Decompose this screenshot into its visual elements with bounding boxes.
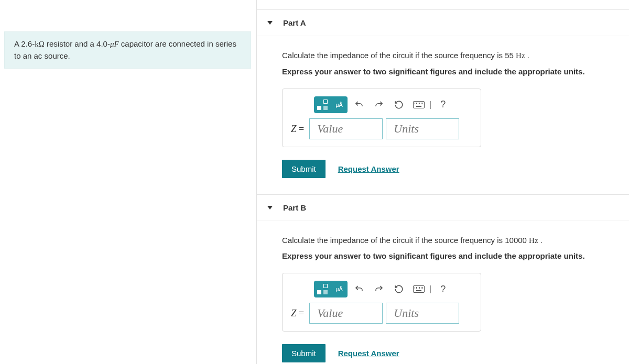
special-chars-icon[interactable]: μÅ bbox=[331, 281, 348, 297]
problem-sidebar: A 2.6-kΩ resistor and a 4.0-μF capacitor… bbox=[0, 0, 257, 364]
part-b-header[interactable]: Part B bbox=[257, 195, 629, 221]
part-a-request-answer-link[interactable]: Request Answer bbox=[338, 164, 399, 173]
part-b-section: Part B Calculate the impedance of the ci… bbox=[257, 194, 629, 365]
part-a-instruction: Express your answer to two significant f… bbox=[282, 67, 604, 76]
part-b-question: Calculate the impedance of the circuit i… bbox=[282, 235, 604, 247]
unit-kohm: kΩ bbox=[35, 40, 45, 48]
part-a-units-input[interactable]: Units bbox=[386, 118, 459, 139]
part-a-toolbar: μÅ | bbox=[314, 96, 472, 113]
part-a-section: Part A Calculate the impedance of the ci… bbox=[257, 9, 629, 194]
reset-icon[interactable] bbox=[391, 96, 407, 113]
part-a-submit-button[interactable]: Submit bbox=[282, 160, 326, 178]
divider: | bbox=[429, 100, 431, 109]
part-a-title: Part A bbox=[283, 18, 306, 27]
reset-icon[interactable] bbox=[391, 281, 407, 297]
answer-area: Part A Calculate the impedance of the ci… bbox=[257, 0, 629, 364]
part-a-question: Calculate the impedance of the circuit i… bbox=[282, 50, 604, 62]
problem-text-2: resistor and a 4.0- bbox=[45, 39, 110, 48]
special-chars-icon[interactable]: μÅ bbox=[331, 96, 348, 113]
divider: | bbox=[429, 284, 431, 294]
redo-icon[interactable] bbox=[371, 281, 387, 297]
redo-icon[interactable] bbox=[371, 96, 387, 113]
part-b-variable: Z= bbox=[291, 307, 304, 319]
part-a-variable: Z= bbox=[291, 123, 304, 135]
part-b-units-input[interactable]: Units bbox=[386, 303, 459, 324]
chevron-down-icon bbox=[267, 21, 273, 25]
part-b-instruction: Express your answer to two significant f… bbox=[282, 251, 604, 260]
part-b-request-answer-link[interactable]: Request Answer bbox=[338, 349, 399, 358]
templates-icon[interactable] bbox=[314, 96, 331, 113]
part-b-title: Part B bbox=[283, 203, 306, 212]
keyboard-icon[interactable] bbox=[410, 96, 427, 113]
part-a-answer-panel: μÅ | bbox=[282, 89, 481, 147]
chevron-down-icon bbox=[267, 206, 273, 209]
undo-icon[interactable] bbox=[351, 96, 367, 113]
help-icon[interactable]: ? bbox=[435, 96, 451, 113]
problem-statement: A 2.6-kΩ resistor and a 4.0-μF capacitor… bbox=[4, 31, 251, 69]
problem-text-1: A 2.6- bbox=[14, 39, 35, 48]
part-b-submit-button[interactable]: Submit bbox=[282, 344, 326, 362]
part-a-header[interactable]: Part A bbox=[257, 10, 629, 36]
templates-icon[interactable] bbox=[314, 281, 331, 297]
part-b-toolbar: μÅ | bbox=[314, 281, 472, 297]
part-a-value-input[interactable]: Value bbox=[309, 118, 383, 139]
part-b-value-input[interactable]: Value bbox=[309, 303, 383, 324]
keyboard-icon[interactable] bbox=[410, 281, 427, 297]
help-icon[interactable]: ? bbox=[435, 281, 451, 297]
part-b-answer-panel: μÅ | bbox=[282, 273, 481, 332]
unit-microfarad: μF bbox=[110, 40, 119, 48]
undo-icon[interactable] bbox=[351, 281, 367, 297]
